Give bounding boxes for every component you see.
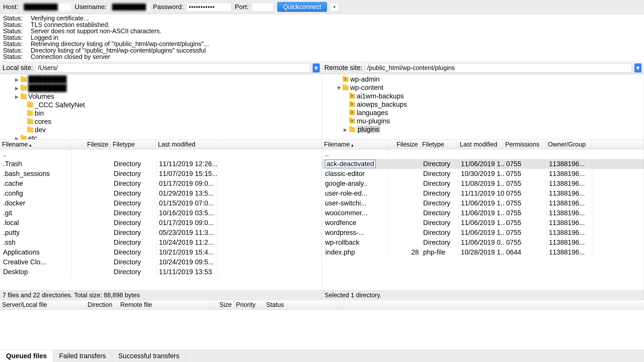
file-row[interactable]: wordpress-...Directory11/06/2019 1...075… <box>322 228 644 238</box>
remote-panel: wp-admin▾wp-content ai1wm-backups aiowps… <box>322 74 644 300</box>
file-row[interactable]: ApplicationsDirectory10/21/2019 15:4... <box>0 247 322 257</box>
queue-list[interactable] <box>0 310 644 350</box>
local-tree[interactable]: ▸████████▸████████▸Volumes _CCC SafetyNe… <box>0 74 322 140</box>
col-filesize[interactable]: Filesize <box>387 140 420 149</box>
expand-icon[interactable]: ▸ <box>15 93 19 101</box>
file-row[interactable]: ack-deactivatedDirectory11/06/2019 1...0… <box>322 159 644 169</box>
col-server[interactable]: Server/Local file <box>0 300 86 309</box>
tree-item[interactable]: aiowps_backups <box>324 100 642 109</box>
expand-icon[interactable]: ▸ <box>15 84 19 92</box>
col-permissions[interactable]: Permissions <box>503 140 546 149</box>
file-row[interactable]: wp-rollbackDirectory11/06/2019 0...07551… <box>322 238 644 247</box>
file-row[interactable]: google-analy..Directory11/08/2019 1...07… <box>322 179 644 189</box>
remote-site-dropdown[interactable]: ▾ <box>634 63 641 73</box>
tree-item[interactable]: ▸etc <box>2 134 320 140</box>
tree-item[interactable]: ▾wp-content <box>324 84 642 92</box>
col-lastmod[interactable]: Last modified <box>458 140 503 149</box>
tree-item[interactable]: ▸████████ <box>2 84 320 92</box>
expand-icon[interactable]: ▸ <box>343 126 348 134</box>
col-remote[interactable]: Remote file <box>118 300 209 309</box>
tree-item[interactable]: cores <box>2 118 320 126</box>
host-input[interactable] <box>21 3 72 12</box>
file-row[interactable]: .puttyDirectory05/23/2019 11:3... <box>0 228 322 238</box>
tree-item[interactable]: _CCC SafetyNet <box>2 101 320 109</box>
file-row[interactable]: .dockerDirectory01/15/2019 07:0... <box>0 198 322 208</box>
file-row[interactable]: DesktopDirectory11/11/2019 13:53 <box>0 267 322 277</box>
log-message: TLS connection established. <box>31 22 110 28</box>
tab-queued[interactable]: Queued files <box>0 350 53 362</box>
tree-label: mu-plugins <box>357 117 390 125</box>
username-input[interactable] <box>110 3 150 12</box>
file-row[interactable]: .cacheDirectory01/17/2019 09:0... <box>0 179 322 189</box>
file-row[interactable]: .TrashDirectory11/11/2019 12:26... <box>0 159 322 169</box>
tree-item[interactable]: bin <box>2 109 320 118</box>
tree-label: cores <box>35 118 51 126</box>
col-lastmod[interactable]: Last modified <box>156 140 216 149</box>
file-row[interactable]: index.php28php-file10/28/2019 1...064411… <box>322 247 644 257</box>
tab-successful[interactable]: Successful transfers <box>112 350 186 362</box>
port-input[interactable] <box>252 3 274 12</box>
quickconnect-button[interactable]: Quickconnect <box>277 2 327 12</box>
remote-file-list[interactable]: .. ack-deactivatedDirectory11/06/2019 1.… <box>322 149 644 291</box>
local-site-input[interactable] <box>36 63 310 73</box>
folder-icon <box>349 102 355 107</box>
col-priority[interactable]: Priority <box>234 300 264 309</box>
file-row[interactable]: .. <box>322 149 644 159</box>
local-file-list[interactable]: .. .TrashDirectory11/11/2019 12:26... .b… <box>0 149 322 291</box>
log-message: Server does not support non-ASCII charac… <box>31 28 162 34</box>
file-row[interactable]: .sshDirectory10/24/2019 11:2... <box>0 238 322 247</box>
col-size[interactable]: Size <box>209 300 234 309</box>
rename-input[interactable]: ack-deactivated <box>325 160 376 168</box>
col-filename[interactable]: Filename <box>0 140 70 149</box>
col-filetype[interactable]: Filetype <box>111 140 156 149</box>
file-row[interactable]: woocommer...Directory11/06/2019 1...0755… <box>322 208 644 218</box>
remote-site-input[interactable] <box>365 63 632 73</box>
tree-item[interactable]: ▸████████ <box>2 75 320 84</box>
file-row[interactable]: Creative Clo...Directory10/24/2019 09:5.… <box>0 257 322 267</box>
tree-item[interactable]: languages <box>324 109 642 117</box>
quickconnect-dropdown[interactable]: ▾ <box>330 3 339 12</box>
password-input[interactable] <box>186 3 232 12</box>
tree-item[interactable]: ▸plugins <box>324 125 642 134</box>
log-label: Status: <box>3 28 26 34</box>
file-row[interactable]: user-switchi...Directory11/06/2019 1...0… <box>322 198 644 208</box>
log-label: Status: <box>3 41 26 47</box>
folder-icon <box>349 119 355 124</box>
tree-item[interactable]: wp-admin <box>324 75 642 84</box>
file-row[interactable]: classic-editorDirectory10/30/2019 1...07… <box>322 169 644 179</box>
expand-icon[interactable]: ▸ <box>15 76 19 84</box>
folder-icon <box>27 119 33 124</box>
local-site-dropdown[interactable]: ▾ <box>313 63 320 73</box>
folder-icon <box>349 110 355 115</box>
file-row[interactable]: .configDirectory01/29/2019 13:5... <box>0 189 322 198</box>
remote-file-header[interactable]: Filename Filesize Filetype Last modified… <box>322 140 644 149</box>
tree-item[interactable]: dev <box>2 126 320 134</box>
file-row[interactable]: .bash_sessionsDirectory11/07/2019 15:15.… <box>0 169 322 179</box>
username-label: Username: <box>75 3 107 11</box>
log-message: Logged in <box>31 34 58 41</box>
local-file-header[interactable]: Filename Filesize Filetype Last modified <box>0 140 322 149</box>
site-path-bar: Local site: ▾ Remote site: ▾ <box>0 62 644 74</box>
tree-item[interactable]: ai1wm-backups <box>324 92 642 100</box>
tree-item[interactable]: ▸Volumes <box>2 92 320 101</box>
tree-item[interactable]: mu-plugins <box>324 117 642 125</box>
col-owner[interactable]: Owner/Group <box>546 140 591 149</box>
file-row[interactable]: .localDirectory01/17/2019 09:0... <box>0 218 322 228</box>
col-status[interactable]: Status <box>264 300 340 309</box>
expand-icon[interactable]: ▸ <box>15 134 19 140</box>
col-direction[interactable]: Direction <box>86 300 118 309</box>
local-panel: ▸████████▸████████▸Volumes _CCC SafetyNe… <box>0 74 322 300</box>
file-row[interactable]: user-role-ed...Directory11/11/2019 10...… <box>322 189 644 198</box>
file-row[interactable]: .. <box>0 149 322 159</box>
col-filetype[interactable]: Filetype <box>420 140 458 149</box>
queue-header[interactable]: Server/Local file Direction Remote file … <box>0 300 644 310</box>
col-filesize[interactable]: Filesize <box>70 140 111 149</box>
folder-icon <box>27 127 33 132</box>
file-row[interactable]: .gitDirectory10/16/2019 03:5... <box>0 208 322 218</box>
file-row[interactable]: wordfenceDirectory11/06/2019 1...0755113… <box>322 218 644 228</box>
expand-icon[interactable]: ▾ <box>337 84 341 92</box>
tab-failed[interactable]: Failed transfers <box>53 350 112 362</box>
col-filename[interactable]: Filename <box>322 140 387 149</box>
remote-tree[interactable]: wp-admin▾wp-content ai1wm-backups aiowps… <box>322 74 644 140</box>
local-status: 7 files and 22 directories. Total size: … <box>0 290 322 300</box>
